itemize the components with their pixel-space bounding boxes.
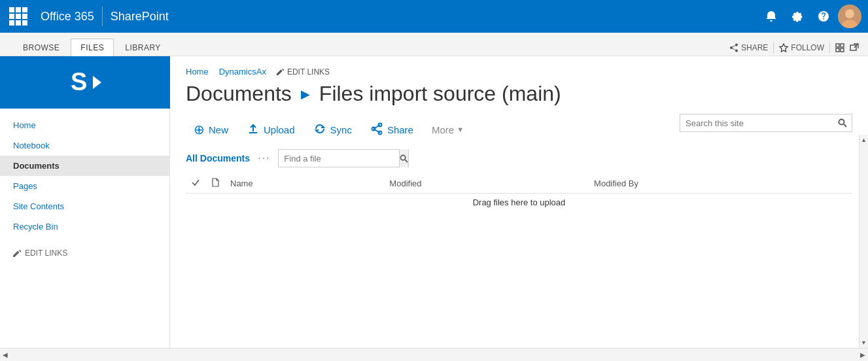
col-file-icon <box>205 174 225 194</box>
share-label: SHARE <box>741 43 768 52</box>
help-button[interactable] <box>812 5 835 28</box>
content-area: Home DynamicsAx EDIT LINKS Documents ▶ F… <box>170 56 868 361</box>
share-button[interactable]: Share <box>362 118 421 141</box>
new-icon: ⊕ <box>194 122 205 137</box>
document-table: Name Modified Modified By Drag files her… <box>186 174 852 211</box>
share-icon <box>370 122 383 137</box>
svg-line-7 <box>731 48 737 51</box>
breadcrumb-edit-label: EDIT LINKS <box>287 67 330 77</box>
sidebar-item-pages[interactable]: Pages <box>0 176 169 196</box>
svg-line-19 <box>844 124 846 127</box>
new-label: New <box>209 124 228 135</box>
scroll-right-button[interactable]: ▶ <box>858 349 868 362</box>
svg-marker-8 <box>780 44 788 52</box>
tab-browse[interactable]: BROWSE <box>13 39 69 56</box>
share-label: Share <box>387 124 413 135</box>
tab-library[interactable]: LIBRARY <box>115 39 171 56</box>
topbar-right <box>759 5 861 28</box>
sidebar: S Home Notebook Documents Pages Site Con… <box>0 56 170 361</box>
search-box[interactable] <box>680 114 852 132</box>
grid-icon <box>9 7 27 26</box>
view-bar: All Documents ··· <box>186 149 852 167</box>
col-name-header: Name <box>225 174 384 194</box>
col-modified-by-header: Modified By <box>589 174 852 194</box>
scroll-down-button[interactable]: ▼ <box>859 337 869 348</box>
find-file-search-button[interactable] <box>399 149 408 167</box>
all-documents-label[interactable]: All Documents <box>186 153 250 163</box>
breadcrumb-edit-links[interactable]: EDIT LINKS <box>277 67 330 77</box>
product-name-label: SharePoint <box>111 10 169 24</box>
svg-rect-9 <box>836 44 839 47</box>
search-input[interactable] <box>680 118 833 128</box>
top-bar: Office 365 SharePoint <box>0 0 868 33</box>
drag-upload-zone: Drag files here to upload <box>186 194 852 212</box>
search-submit-button[interactable] <box>833 114 852 132</box>
col-modified-header: Modified <box>384 174 589 194</box>
col-check <box>186 174 205 194</box>
svg-point-18 <box>839 120 844 125</box>
notification-button[interactable] <box>759 5 783 28</box>
sidebar-item-site-contents[interactable]: Site Contents <box>0 196 169 216</box>
settings-button[interactable] <box>786 5 809 28</box>
sidebar-edit-links-button[interactable]: EDIT LINKS <box>0 243 169 263</box>
search-box-container <box>680 114 852 132</box>
ribbon: BROWSE FILES LIBRARY SHARE FOLLOW <box>0 33 868 56</box>
follow-label: FOLLOW <box>791 43 824 52</box>
svg-rect-12 <box>841 48 844 52</box>
edit-links-label: EDIT LINKS <box>25 249 67 258</box>
page-title: Documents ▶ Files import source (main) <box>186 82 852 106</box>
title-arrow-icon: ▶ <box>301 87 310 101</box>
new-button[interactable]: ⊕ New <box>186 118 236 141</box>
ribbon-right-actions: SHARE FOLLOW <box>729 43 868 56</box>
find-file-box[interactable] <box>278 149 409 167</box>
empty-table-row: Drag files here to upload <box>186 194 852 212</box>
upload-button[interactable]: Upload <box>239 118 303 141</box>
upload-icon <box>247 122 260 137</box>
sidebar-item-home[interactable]: Home <box>0 115 169 135</box>
sync-button[interactable]: Sync <box>305 118 360 141</box>
follow-action[interactable]: FOLLOW <box>779 43 824 52</box>
more-chevron-icon: ▼ <box>457 126 464 133</box>
page-title-subtitle: Files import source (main) <box>319 82 561 106</box>
sidebar-nav: Home Notebook Documents Pages Site Conte… <box>0 109 169 243</box>
focus-button[interactable] <box>835 43 844 52</box>
scroll-track-vertical[interactable] <box>859 145 868 337</box>
page-title-documents: Documents <box>186 82 292 106</box>
share-action[interactable]: SHARE <box>729 43 768 52</box>
breadcrumb-dynamics[interactable]: DynamicsAx <box>219 67 266 77</box>
svg-point-1 <box>845 9 854 18</box>
ribbon-sep1 <box>773 43 774 53</box>
find-file-input[interactable] <box>279 154 399 163</box>
sidebar-item-documents[interactable]: Documents <box>0 156 169 176</box>
scroll-up-button[interactable]: ▲ <box>859 135 869 145</box>
svg-rect-11 <box>836 48 839 52</box>
app-name-label: Office 365 <box>41 10 94 24</box>
svg-rect-13 <box>850 45 856 50</box>
tab-files[interactable]: FILES <box>71 39 114 56</box>
sync-label: Sync <box>330 124 352 135</box>
svg-rect-10 <box>841 44 844 47</box>
svg-text:S: S <box>71 68 87 95</box>
view-options-button[interactable]: ··· <box>258 152 270 164</box>
ribbon-sep2 <box>829 43 830 53</box>
scroll-track-horizontal[interactable] <box>10 349 858 361</box>
topbar-divider <box>102 7 103 26</box>
svg-line-6 <box>731 45 737 48</box>
sync-icon <box>313 122 326 137</box>
breadcrumb-home[interactable]: Home <box>186 67 209 77</box>
breadcrumb-nav: Home DynamicsAx EDIT LINKS <box>186 67 852 77</box>
user-avatar[interactable] <box>838 5 861 28</box>
more-button[interactable]: More ▼ <box>424 120 472 139</box>
scroll-left-button[interactable]: ◀ <box>0 349 10 362</box>
horizontal-scrollbar[interactable]: ◀ ▶ <box>0 348 868 361</box>
upload-label: Upload <box>264 124 295 135</box>
popout-button[interactable] <box>850 43 859 52</box>
grid-menu-button[interactable] <box>7 5 30 28</box>
svg-point-26 <box>401 155 406 160</box>
vertical-scrollbar[interactable]: ▲ ▼ <box>859 135 868 348</box>
sidebar-item-notebook[interactable]: Notebook <box>0 135 169 156</box>
more-label: More <box>432 124 454 135</box>
sidebar-item-recycle-bin[interactable]: Recycle Bin <box>0 216 169 237</box>
site-logo: S <box>0 56 170 109</box>
svg-line-27 <box>406 160 408 162</box>
